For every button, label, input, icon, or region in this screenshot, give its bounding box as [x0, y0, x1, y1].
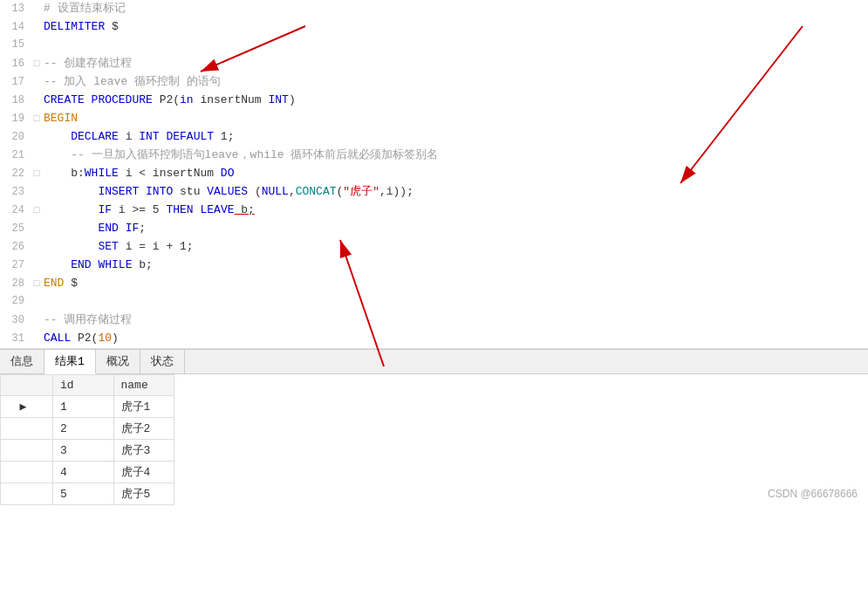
line-number: 30: [0, 312, 31, 329]
line-number: 24: [0, 202, 31, 219]
table-row[interactable]: 4虎子4: [1, 462, 174, 483]
watermark: CSDN @66678666: [768, 488, 858, 500]
line-number: 19: [0, 111, 31, 127]
line-gutter: □: [31, 112, 42, 127]
code-line: 16□-- 创建存储过程: [0, 55, 868, 73]
code-line: 31CALL P2(10): [0, 330, 868, 348]
code-line: 20 DECLARE i INT DEFAULT 1;: [0, 128, 868, 147]
line-number: 20: [0, 129, 31, 146]
table-row[interactable]: ▶1虎子1: [1, 396, 174, 418]
code-line: 28□END $: [0, 275, 868, 293]
line-content: -- 调用存储过程: [42, 311, 868, 330]
line-content: SET i = i + 1;: [42, 238, 868, 257]
line-number: 16: [0, 56, 31, 72]
line-number: 31: [0, 331, 31, 347]
line-content: CALL P2(10): [42, 330, 868, 348]
row-indicator: [1, 440, 53, 462]
cell-name: 虎子4: [113, 462, 174, 483]
cell-id: 4: [53, 462, 114, 483]
line-gutter: □: [31, 167, 42, 182]
tab-信息[interactable]: 信息: [0, 350, 44, 373]
cell-id: 3: [53, 440, 114, 462]
code-line: 15: [0, 37, 868, 55]
code-line: 24□ IF i >= 5 THEN LEAVE b;: [0, 202, 868, 220]
table-row[interactable]: 2虎子2: [1, 418, 174, 440]
code-line: 23 INSERT INTO stu VALUES (NULL,CONCAT("…: [0, 183, 868, 202]
row-indicator: ▶: [1, 396, 53, 418]
line-content: CREATE PROCEDURE P2(in insertNum INT): [42, 92, 868, 110]
code-line: 29: [0, 293, 868, 311]
cell-name: 虎子5: [113, 483, 174, 505]
line-number: 25: [0, 221, 31, 237]
table-row[interactable]: 5虎子5: [1, 483, 174, 505]
table-header-arrow: [1, 375, 53, 396]
line-content: END $: [42, 275, 868, 293]
line-number: 14: [0, 19, 31, 36]
row-indicator: [1, 418, 53, 440]
line-number: 15: [0, 37, 31, 53]
line-gutter: □: [31, 277, 42, 292]
line-content: DELIMITER $: [42, 18, 868, 37]
line-content: # 设置结束标记: [42, 0, 868, 18]
line-gutter: □: [31, 57, 42, 72]
code-line: 27 END WHILE b;: [0, 257, 868, 275]
code-line: 17-- 加入 leave 循环控制 的语句: [0, 73, 868, 92]
cell-name: 虎子2: [113, 418, 174, 440]
code-editor: 13# 设置结束标记14DELIMITER $1516□-- 创建存储过程17-…: [0, 0, 868, 349]
line-content: BEGIN: [42, 110, 868, 128]
line-number: 28: [0, 276, 31, 292]
results-table: idname▶1虎子12虎子23虎子34虎子45虎子5: [0, 374, 174, 505]
cell-name: 虎子1: [113, 396, 174, 418]
main-container: 13# 设置结束标记14DELIMITER $1516□-- 创建存储过程17-…: [0, 0, 868, 505]
code-line: 14DELIMITER $: [0, 18, 868, 37]
line-content: IF i >= 5 THEN LEAVE b;: [42, 202, 868, 220]
line-number: 18: [0, 92, 31, 109]
line-number: 17: [0, 74, 31, 91]
line-content: DECLARE i INT DEFAULT 1;: [42, 128, 868, 147]
tab-结果1[interactable]: 结果1: [44, 350, 96, 374]
cell-id: 2: [53, 418, 114, 440]
table-row[interactable]: 3虎子3: [1, 440, 174, 462]
line-content: -- 一旦加入循环控制语句leave，while 循环体前后就必须加标签别名: [42, 147, 868, 165]
line-number: 21: [0, 147, 31, 164]
code-line: 13# 设置结束标记: [0, 0, 868, 18]
tab-概况[interactable]: 概况: [96, 350, 140, 373]
line-number: 26: [0, 239, 31, 256]
code-line: 30-- 调用存储过程: [0, 311, 868, 330]
tab-状态[interactable]: 状态: [140, 350, 185, 373]
code-line: 25 END IF;: [0, 220, 868, 238]
line-content: -- 创建存储过程: [42, 55, 868, 73]
line-content: -- 加入 leave 循环控制 的语句: [42, 73, 868, 92]
code-line: 22□ b:WHILE i < insertNum DO: [0, 165, 868, 183]
table-header-id: id: [53, 375, 114, 396]
code-line: 19□BEGIN: [0, 110, 868, 128]
line-number: 29: [0, 293, 31, 310]
line-number: 13: [0, 1, 31, 17]
line-number: 27: [0, 257, 31, 274]
line-gutter: □: [31, 203, 42, 219]
line-content: INSERT INTO stu VALUES (NULL,CONCAT("虎子"…: [42, 183, 868, 202]
cell-id: 5: [53, 483, 114, 505]
line-content: b:WHILE i < insertNum DO: [42, 165, 868, 183]
cell-id: 1: [53, 396, 114, 418]
line-number: 23: [0, 184, 31, 201]
row-indicator: [1, 483, 53, 505]
cell-name: 虎子3: [113, 440, 174, 462]
code-line: 18CREATE PROCEDURE P2(in insertNum INT): [0, 92, 868, 110]
code-line: 26 SET i = i + 1;: [0, 238, 868, 257]
row-indicator: [1, 462, 53, 483]
line-number: 22: [0, 166, 31, 182]
line-content: END WHILE b;: [42, 257, 868, 275]
code-line: 21 -- 一旦加入循环控制语句leave，while 循环体前后就必须加标签别…: [0, 147, 868, 165]
results-area: idname▶1虎子12虎子23虎子34虎子45虎子5: [0, 374, 868, 505]
line-content: END IF;: [42, 220, 868, 238]
table-header-name: name: [113, 375, 174, 396]
tabs-bar: 信息结果1概况状态: [0, 349, 868, 374]
